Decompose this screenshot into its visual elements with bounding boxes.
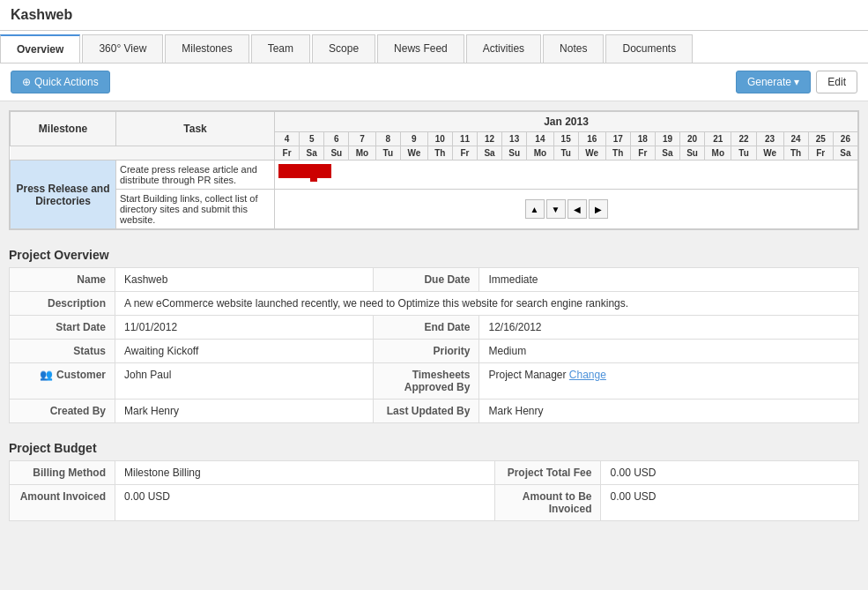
toolbar: ⊕ Quick Actions Generate ▾ Edit [0, 63, 868, 101]
gantt-dayname-18: Tu [731, 146, 756, 161]
due-date-value: Immediate [479, 268, 859, 292]
billing-method-value: Milestone Billing [115, 461, 495, 485]
description-label: Description [10, 292, 115, 316]
description-value: A new eCommerce website launched recentl… [115, 292, 859, 316]
description-row: Description A new eCommerce website laun… [10, 292, 859, 316]
gantt-day-25: 25 [808, 132, 833, 146]
gantt-day-22: 22 [731, 132, 756, 146]
invoiced-row: Amount Invoiced 0.00 USD Amount to Be In… [10, 485, 859, 521]
quick-actions-label: Quick Actions [34, 76, 99, 88]
project-budget-table: Billing Method Milestone Billing Project… [9, 460, 859, 521]
gantt-dayname-15: Sa [655, 146, 679, 161]
gantt-day-4: 4 [275, 132, 300, 146]
gantt-up-button[interactable]: ▲ [525, 199, 545, 219]
toolbar-right: Generate ▾ Edit [736, 71, 857, 93]
billing-method-label: Billing Method [10, 461, 115, 485]
gantt-day-14: 14 [527, 132, 553, 146]
gantt-dayname-11: Tu [553, 146, 578, 161]
timesheets-value: Project Manager Change [479, 363, 859, 400]
gantt-task1-cell: Create press release article and distrib… [116, 161, 275, 190]
tab-scope[interactable]: Scope [312, 34, 375, 63]
customer-row: 👥Customer John Paul Timesheets Approved … [10, 363, 859, 400]
gantt-bar-1 [278, 164, 331, 178]
project-total-label: Project Total Fee [495, 461, 601, 485]
gantt-navigation: ▲ ▼ ◀ ▶ [277, 199, 856, 219]
gantt-dayname-17: Mo [705, 146, 731, 161]
gantt-day-15: 15 [553, 132, 578, 146]
edit-button[interactable]: Edit [816, 71, 857, 93]
gantt-dayname-21: Fr [808, 146, 833, 161]
gantt-day-6: 6 [324, 132, 349, 146]
tab-team[interactable]: Team [251, 34, 310, 63]
gantt-left-button[interactable]: ◀ [568, 199, 587, 219]
gantt-bar-row1 [275, 161, 858, 190]
gantt-right-button[interactable]: ▶ [589, 199, 608, 219]
last-updated-label: Last Updated By [374, 400, 479, 423]
project-overview-header: Project Overview [9, 241, 859, 267]
timesheets-change-link[interactable]: Change [569, 369, 606, 381]
gantt-day-8: 8 [375, 132, 400, 146]
tab-notes[interactable]: Notes [543, 34, 604, 63]
end-date-value: 12/16/2012 [479, 316, 859, 340]
tab-milestones[interactable]: Milestones [165, 34, 249, 63]
generate-button[interactable]: Generate ▾ [736, 71, 811, 93]
gantt-day-20: 20 [680, 132, 705, 146]
app-title: Kashweb [11, 7, 72, 22]
last-updated-value: Mark Henry [479, 400, 859, 423]
customer-label: 👥Customer [10, 363, 115, 400]
gantt-bar-marker [310, 164, 317, 182]
tab-newsfeed[interactable]: News Feed [377, 34, 464, 63]
gantt-day-21: 21 [705, 132, 731, 146]
dates-row: Start Date 11/01/2012 End Date 12/16/201… [10, 316, 859, 340]
edit-label: Edit [827, 76, 846, 88]
gantt-day-11: 11 [452, 132, 477, 146]
gantt-day-19: 19 [655, 132, 679, 146]
gantt-dayname-22: Sa [833, 146, 857, 161]
gantt-dayname-4: Tu [375, 146, 400, 161]
tab-documents[interactable]: Documents [605, 34, 693, 63]
gantt-dayname-6: Th [427, 146, 452, 161]
gantt-down-button[interactable]: ▼ [546, 199, 566, 219]
plus-icon: ⊕ [22, 76, 31, 88]
project-overview-table: Name Kashweb Due Date Immediate Descript… [9, 267, 859, 423]
gantt-task2-row: Start Building links, collect list of di… [11, 190, 858, 229]
gantt-day-26: 26 [833, 132, 857, 146]
customer-icon: 👥 [40, 369, 53, 381]
gantt-day-7: 7 [349, 132, 375, 146]
end-date-label: End Date [374, 316, 479, 340]
gantt-dayname-9: Su [502, 146, 527, 161]
gantt-day-18: 18 [630, 132, 655, 146]
task-column-header: Task [116, 112, 275, 146]
gantt-task2-cell: Start Building links, collect list of di… [116, 190, 275, 229]
gantt-day-23: 23 [756, 132, 783, 146]
gantt-milestone-row: Press Release and Directories Create pre… [11, 161, 858, 190]
gantt-day-12: 12 [478, 132, 502, 146]
gantt-dayname-10: Mo [527, 146, 553, 161]
amount-to-be-label: Amount to Be Invoiced [495, 485, 601, 521]
gantt-day-13: 13 [502, 132, 527, 146]
quick-actions-button[interactable]: ⊕ Quick Actions [11, 71, 110, 93]
gantt-dayname-12: We [578, 146, 605, 161]
gantt-dayname-0: Fr [275, 146, 300, 161]
gantt-day-9: 9 [400, 132, 427, 146]
project-total-value: 0.00 USD [601, 461, 859, 485]
gantt-dayname-5: We [400, 146, 427, 161]
gantt-chart: Milestone Task Jan 2013 4567891011121314… [9, 110, 859, 230]
tab-activities[interactable]: Activities [466, 34, 541, 63]
customer-value: John Paul [115, 363, 374, 400]
project-budget-header: Project Budget [9, 434, 859, 460]
due-date-label: Due Date [374, 268, 479, 292]
status-label: Status [10, 340, 115, 363]
gantt-dayname-13: Th [605, 146, 630, 161]
tab-overview[interactable]: Overview [0, 34, 80, 63]
tab-bar: Overview 360° View Milestones Team Scope… [0, 31, 868, 63]
gantt-dayname-1: Sa [300, 146, 324, 161]
tab-360view[interactable]: 360° View [82, 34, 163, 63]
created-row: Created By Mark Henry Last Updated By Ma… [10, 400, 859, 423]
gantt-day-10: 10 [427, 132, 452, 146]
name-value: Kashweb [115, 268, 374, 292]
milestone-column-header: Milestone [11, 112, 116, 146]
name-label: Name [10, 268, 115, 292]
created-value: Mark Henry [115, 400, 374, 423]
gantt-dayname-3: Mo [349, 146, 375, 161]
